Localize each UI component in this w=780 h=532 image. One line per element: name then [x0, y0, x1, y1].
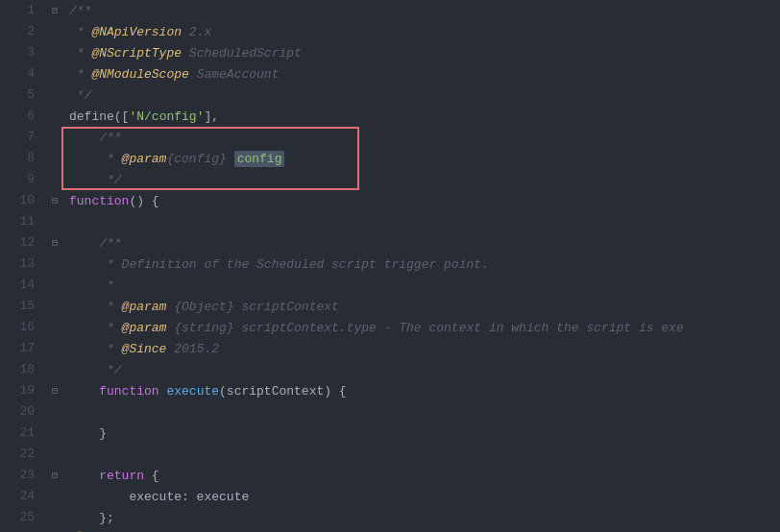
comment-token: *	[69, 278, 114, 293]
annotation-tag-token: @NApiVersion	[91, 25, 182, 39]
annotation-tag-token: @param	[122, 152, 167, 166]
line-number: 10	[0, 190, 48, 211]
line-row: 4 * @NModuleScope SameAccount	[0, 63, 780, 85]
lines-container: 1⊟/**2 * @NApiVersion 2.x3 * @NScriptTyp…	[0, 0, 780, 532]
code-line: execute: execute	[61, 486, 780, 507]
line-number: 17	[0, 338, 48, 359]
fold-icon[interactable]: ⊟	[48, 5, 61, 16]
code-line: * @param{config} config	[61, 148, 780, 169]
line-number: 4	[0, 63, 48, 85]
line-row: 19⊟ function execute(scriptContext) {	[0, 380, 780, 401]
comment-token: ScheduledScript	[182, 46, 302, 60]
line-number: 6	[0, 106, 48, 127]
comment-token: *	[69, 300, 122, 314]
line-row: 13 * Definition of the Scheduled script …	[0, 254, 780, 275]
line-row: 2 * @NApiVersion 2.x	[0, 21, 780, 42]
comment-token: *	[69, 67, 91, 82]
code-line: * Definition of the Scheduled script tri…	[61, 254, 780, 275]
annotation-tag-token: @NModuleScope	[91, 67, 188, 82]
code-line	[61, 401, 780, 423]
code-editor: 1⊟/**2 * @NApiVersion 2.x3 * @NScriptTyp…	[0, 0, 780, 532]
code-line: * @NScriptType ScheduledScript	[61, 42, 780, 63]
normal-token: };	[69, 511, 114, 525]
line-number: 12	[0, 232, 48, 254]
normal-token: {	[144, 469, 159, 483]
annotation-tag-token: @Since	[122, 342, 167, 356]
line-number: 9	[0, 169, 48, 190]
line-number: 20	[0, 401, 48, 423]
line-row: 9 */	[0, 169, 780, 190]
line-row: 7 /**	[0, 127, 780, 148]
line-number: 21	[0, 423, 48, 444]
line-row: 21 }	[0, 423, 780, 444]
line-number: 3	[0, 42, 48, 63]
line-number: 14	[0, 275, 48, 296]
function-token: execute	[166, 384, 219, 399]
code-line	[61, 211, 780, 232]
comment-token: /**	[69, 236, 122, 251]
line-row: 22	[0, 444, 780, 465]
comment-token: */	[69, 363, 122, 377]
line-row: 16 * @param {string} scriptContext.type …	[0, 317, 780, 338]
comment-token: SameAccount	[189, 67, 280, 82]
line-row: 6 define(['N/config'],	[0, 106, 780, 127]
code-line: * @Since 2015.2	[61, 338, 780, 359]
keyword-token: return	[69, 469, 144, 483]
line-number: 5	[0, 85, 48, 106]
code-line: /**	[61, 0, 780, 21]
comment-token: *	[69, 152, 122, 166]
line-number: 7	[0, 127, 48, 148]
define-token: define	[69, 109, 114, 124]
line-row: 5 */	[0, 85, 780, 106]
normal-token: () {	[129, 194, 158, 208]
line-number: 1	[0, 0, 48, 21]
line-row: 26 💡	[0, 528, 780, 532]
line-row: 14 *	[0, 275, 780, 296]
highlight-token: config	[234, 151, 285, 167]
comment-token: *	[69, 321, 122, 335]
line-number: 25	[0, 507, 48, 528]
line-row: 20	[0, 401, 780, 423]
code-line: function() {	[61, 190, 780, 211]
code-line	[61, 444, 780, 465]
line-row: 23⊟ return {	[0, 465, 780, 486]
code-line: 💡	[61, 528, 780, 532]
comment-token: 2015.2	[166, 342, 219, 356]
string-token: 'N/config'	[129, 109, 204, 124]
line-row: 17 * @Since 2015.2	[0, 338, 780, 359]
comment-token: 2.x	[182, 25, 211, 39]
comment-token: {Object} scriptContext	[166, 300, 338, 314]
code-line: *	[61, 275, 780, 296]
line-number: 22	[0, 444, 48, 465]
annotation-tag-token: @NScriptType	[91, 46, 182, 60]
comment-token: */	[69, 88, 91, 103]
code-line: /**	[61, 232, 780, 254]
fold-icon[interactable]: ⊟	[48, 470, 61, 481]
line-row: 11	[0, 211, 780, 232]
line-number: 18	[0, 359, 48, 380]
fold-icon[interactable]: ⊟	[48, 385, 61, 397]
normal-token: ],	[204, 109, 219, 124]
line-number: 11	[0, 211, 48, 232]
code-line: * @NModuleScope SameAccount	[61, 63, 780, 85]
line-row: 3 * @NScriptType ScheduledScript	[0, 42, 780, 63]
comment-token: *	[69, 46, 91, 60]
comment-token: *	[69, 25, 91, 39]
line-row: 15 * @param {Object} scriptContext	[0, 296, 780, 317]
comment-token: *	[69, 342, 122, 356]
code-line: * @NApiVersion 2.x	[61, 21, 780, 42]
line-number: 16	[0, 317, 48, 338]
keyword-token: function	[69, 194, 129, 208]
normal-token: (scriptContext) {	[219, 384, 347, 399]
line-number: 19	[0, 380, 48, 401]
fold-icon[interactable]: ⊟	[48, 195, 61, 206]
line-row: 25 };	[0, 507, 780, 528]
fold-icon[interactable]: ⊟	[48, 237, 61, 249]
code-line: };	[61, 507, 780, 528]
code-line: define(['N/config'],	[61, 106, 780, 127]
comment-token: /**	[69, 131, 122, 145]
line-number: 2	[0, 21, 48, 42]
code-line: function execute(scriptContext) {	[61, 380, 780, 401]
line-row: 10⊟function() {	[0, 190, 780, 211]
code-line: }	[61, 423, 780, 444]
